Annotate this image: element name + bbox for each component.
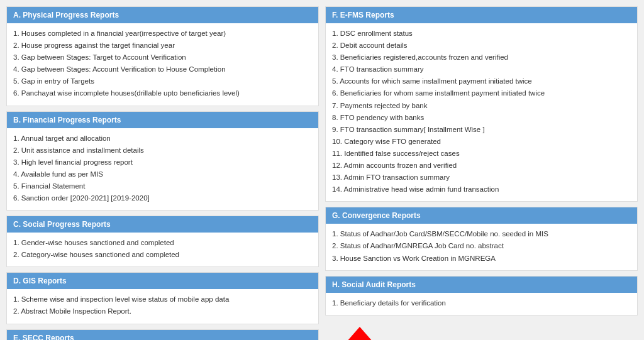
main-container: A. Physical Progress Reports1. Houses co… <box>0 0 644 340</box>
section-g: G. Convergence Reports1. Status of Aadha… <box>325 207 638 270</box>
section-b-header: B. Financial Progress Reports <box>7 112 318 128</box>
section-f-item-8[interactable]: 8. FTO pendency with banks <box>332 112 631 123</box>
section-b-item-1[interactable]: 1. Annual target and allocation <box>13 133 312 143</box>
section-a-item-3[interactable]: 3. Gap between Stages: Target to Account… <box>13 52 312 62</box>
left-column: A. Physical Progress Reports1. Houses co… <box>6 6 319 340</box>
section-a-item-4[interactable]: 4. Gap between Stages: Account Verificat… <box>13 64 312 74</box>
section-c-body: 1. Gender-wise houses sanctioned and com… <box>7 233 318 266</box>
section-g-body: 1. Status of Aadhar/Job Card/SBM/SECC/Mo… <box>326 224 637 270</box>
section-f-item-14[interactable]: 14. Administrative head wise admin fund … <box>332 184 631 194</box>
section-b-item-3[interactable]: 3. High level financial progress report <box>13 157 312 167</box>
section-a-item-6[interactable]: 6. Panchayat wise incomplete houses(dril… <box>13 88 312 98</box>
section-f: F. E-FMS Reports1. DSC enrollment status… <box>325 6 638 202</box>
section-f-item-4[interactable]: 4. FTO transaction summary <box>332 64 631 74</box>
right-column: F. E-FMS Reports1. DSC enrollment status… <box>325 6 638 340</box>
red-arrow-container <box>325 321 638 340</box>
section-h-body: 1. Beneficiary details for verification <box>326 293 637 315</box>
section-f-item-9[interactable]: 9. FTO transaction summary[ Installment … <box>332 124 631 134</box>
section-g-item-1[interactable]: 1. Status of Aadhar/Job Card/SBM/SECC/Mo… <box>332 229 631 239</box>
section-d-header: D. GIS Reports <box>7 273 318 289</box>
section-b-body: 1. Annual target and allocation2. Unit a… <box>7 128 318 211</box>
section-d-item-2[interactable]: 2. Abstract Mobile Inspection Report. <box>13 306 312 316</box>
section-b-item-6[interactable]: 6. Sanction order [2020-2021] [2019-2020… <box>13 193 312 203</box>
section-f-item-11[interactable]: 11. Identified false success/reject case… <box>332 148 631 158</box>
section-h: H. Social Audit Reports1. Beneficiary de… <box>325 276 638 315</box>
section-d-body: 1. Scheme wise and inspection level wise… <box>7 289 318 323</box>
section-e-header: E. SECC Reports <box>7 330 318 341</box>
section-a-item-2[interactable]: 2. House progress against the target fin… <box>13 40 312 50</box>
section-a-item-1[interactable]: 1. Houses completed in a financial year(… <box>13 28 312 38</box>
section-a: A. Physical Progress Reports1. Houses co… <box>6 6 319 106</box>
section-c-item-1[interactable]: 1. Gender-wise houses sanctioned and com… <box>13 238 312 248</box>
section-f-body: 1. DSC enrollment status2. Debit account… <box>326 23 637 201</box>
section-f-item-1[interactable]: 1. DSC enrollment status <box>332 28 631 38</box>
section-f-item-2[interactable]: 2. Debit account details <box>332 40 631 50</box>
section-a-header: A. Physical Progress Reports <box>7 7 318 23</box>
section-f-item-7[interactable]: 7. Payments rejected by bank <box>332 101 631 111</box>
section-g-item-2[interactable]: 2. Status of Aadhar/MGNREGA Job Card no.… <box>332 241 631 251</box>
section-b-item-5[interactable]: 5. Financial Statement <box>13 181 312 191</box>
section-b-item-2[interactable]: 2. Unit assistance and installment detai… <box>13 145 312 155</box>
red-arrow-icon <box>331 324 388 340</box>
section-c-header: C. Social Progress Reports <box>7 216 318 233</box>
section-f-item-12[interactable]: 12. Admin accounts frozen and verified <box>332 160 631 170</box>
section-h-item-1[interactable]: 1. Beneficiary details for verification <box>332 298 631 308</box>
section-f-item-3[interactable]: 3. Beneficiaries registered,accounts fro… <box>332 52 631 62</box>
section-g-header: G. Convergence Reports <box>326 207 637 224</box>
section-d-item-1[interactable]: 1. Scheme wise and inspection level wise… <box>13 294 312 304</box>
section-a-body: 1. Houses completed in a financial year(… <box>7 23 318 106</box>
section-b-item-4[interactable]: 4. Available fund as per MIS <box>13 169 312 179</box>
svg-marker-0 <box>338 327 382 340</box>
section-f-item-13[interactable]: 13. Admin FTO transaction summary <box>332 172 631 182</box>
section-a-item-5[interactable]: 5. Gap in entry of Targets <box>13 76 312 86</box>
section-f-header: F. E-FMS Reports <box>326 7 637 23</box>
section-b: B. Financial Progress Reports1. Annual t… <box>6 111 319 211</box>
section-f-item-10[interactable]: 10. Category wise FTO generated <box>332 136 631 146</box>
section-f-item-6[interactable]: 6. Beneficiaries for whom same installme… <box>332 88 631 98</box>
section-c: C. Social Progress Reports1. Gender-wise… <box>6 216 319 267</box>
section-f-item-5[interactable]: 5. Accounts for which same installment p… <box>332 76 631 86</box>
section-g-item-3[interactable]: 3. House Sanction vs Work Creation in MG… <box>332 253 631 263</box>
section-e: E. SECC Reports1. Category-wise SECC dat… <box>6 329 319 341</box>
section-c-item-2[interactable]: 2. Category-wise houses sanctioned and c… <box>13 250 312 260</box>
section-h-header: H. Social Audit Reports <box>326 277 637 293</box>
section-d: D. GIS Reports1. Scheme wise and inspect… <box>6 272 319 324</box>
